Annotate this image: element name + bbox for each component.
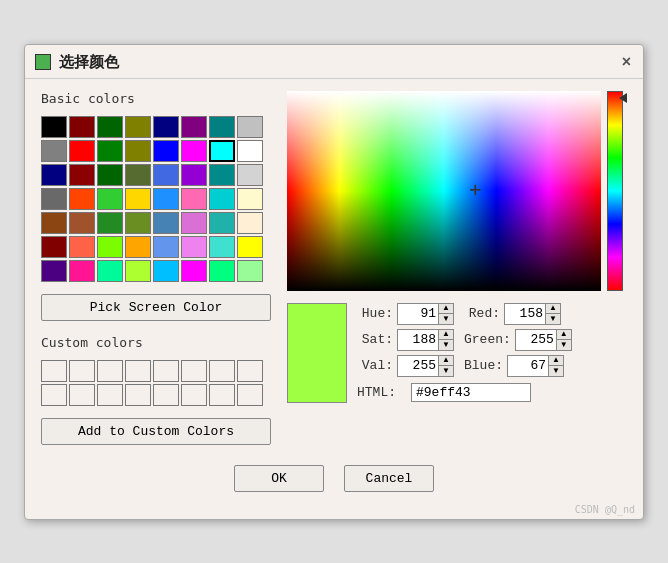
green-input[interactable] [516, 331, 556, 348]
basic-swatch[interactable] [153, 188, 179, 210]
basic-swatch[interactable] [153, 140, 179, 162]
val-down-button[interactable]: ▼ [439, 366, 453, 376]
custom-swatch[interactable] [237, 360, 263, 382]
red-down-button[interactable]: ▼ [546, 314, 560, 324]
basic-swatch[interactable] [41, 188, 67, 210]
custom-swatch[interactable] [97, 384, 123, 406]
basic-swatch[interactable] [237, 164, 263, 186]
basic-swatch[interactable] [69, 236, 95, 258]
basic-swatch[interactable] [237, 188, 263, 210]
custom-swatch[interactable] [69, 360, 95, 382]
basic-swatch[interactable] [97, 260, 123, 282]
basic-swatch[interactable] [209, 236, 235, 258]
basic-swatch[interactable] [97, 188, 123, 210]
color-gradient[interactable]: + [287, 91, 601, 291]
html-input[interactable] [411, 383, 531, 402]
basic-swatch[interactable] [125, 140, 151, 162]
basic-swatch[interactable] [41, 260, 67, 282]
basic-swatch[interactable] [153, 260, 179, 282]
basic-swatch[interactable] [69, 164, 95, 186]
basic-swatch[interactable] [209, 140, 235, 162]
custom-swatch[interactable] [209, 384, 235, 406]
basic-swatch[interactable] [181, 236, 207, 258]
basic-swatch[interactable] [97, 212, 123, 234]
blue-down-button[interactable]: ▼ [549, 366, 563, 376]
red-up-button[interactable]: ▲ [546, 304, 560, 314]
blue-up-button[interactable]: ▲ [549, 356, 563, 366]
basic-swatch[interactable] [69, 188, 95, 210]
basic-swatch[interactable] [153, 236, 179, 258]
basic-swatch[interactable] [153, 116, 179, 138]
basic-swatch[interactable] [237, 116, 263, 138]
basic-swatch[interactable] [41, 212, 67, 234]
custom-swatch[interactable] [41, 384, 67, 406]
hue-down-button[interactable]: ▼ [439, 314, 453, 324]
basic-swatch[interactable] [125, 164, 151, 186]
basic-swatch[interactable] [125, 116, 151, 138]
close-button[interactable]: × [622, 54, 631, 70]
basic-swatch[interactable] [237, 212, 263, 234]
cancel-button[interactable]: Cancel [344, 465, 434, 492]
val-input[interactable] [398, 357, 438, 374]
basic-swatch[interactable] [181, 188, 207, 210]
basic-swatch[interactable] [181, 164, 207, 186]
basic-swatch[interactable] [181, 116, 207, 138]
red-input-group: ▲ ▼ [504, 303, 561, 325]
basic-swatch[interactable] [69, 140, 95, 162]
custom-swatch[interactable] [181, 384, 207, 406]
red-input[interactable] [505, 305, 545, 322]
basic-swatch[interactable] [69, 260, 95, 282]
custom-swatch[interactable] [181, 360, 207, 382]
basic-swatch[interactable] [41, 140, 67, 162]
basic-swatch[interactable] [153, 164, 179, 186]
hue-up-button[interactable]: ▲ [439, 304, 453, 314]
custom-swatch[interactable] [209, 360, 235, 382]
basic-swatch[interactable] [237, 140, 263, 162]
sat-up-button[interactable]: ▲ [439, 330, 453, 340]
basic-swatch[interactable] [41, 236, 67, 258]
basic-swatch[interactable] [181, 212, 207, 234]
basic-swatch[interactable] [237, 236, 263, 258]
val-up-button[interactable]: ▲ [439, 356, 453, 366]
basic-swatch[interactable] [41, 116, 67, 138]
custom-swatch[interactable] [125, 384, 151, 406]
green-up-button[interactable]: ▲ [557, 330, 571, 340]
add-custom-button[interactable]: Add to Custom Colors [41, 418, 271, 445]
basic-swatch[interactable] [181, 260, 207, 282]
hue-input[interactable] [398, 305, 438, 322]
custom-swatch[interactable] [237, 384, 263, 406]
sat-down-button[interactable]: ▼ [439, 340, 453, 350]
basic-swatch[interactable] [237, 260, 263, 282]
pick-screen-button[interactable]: Pick Screen Color [41, 294, 271, 321]
basic-swatch[interactable] [97, 236, 123, 258]
custom-swatch[interactable] [125, 360, 151, 382]
ok-button[interactable]: OK [234, 465, 324, 492]
green-down-button[interactable]: ▼ [557, 340, 571, 350]
basic-swatch[interactable] [125, 188, 151, 210]
basic-swatch[interactable] [153, 212, 179, 234]
basic-swatch[interactable] [41, 164, 67, 186]
hue-bar[interactable] [607, 91, 627, 291]
basic-swatch[interactable] [209, 164, 235, 186]
basic-swatch[interactable] [209, 212, 235, 234]
custom-swatch[interactable] [153, 384, 179, 406]
basic-swatch[interactable] [69, 116, 95, 138]
hue-row: Hue: ▲ ▼ [357, 303, 454, 325]
basic-swatch[interactable] [125, 236, 151, 258]
custom-swatch[interactable] [153, 360, 179, 382]
basic-swatch[interactable] [209, 116, 235, 138]
custom-swatch[interactable] [69, 384, 95, 406]
basic-swatch[interactable] [69, 212, 95, 234]
basic-swatch[interactable] [125, 260, 151, 282]
blue-input[interactable] [508, 357, 548, 374]
basic-swatch[interactable] [125, 212, 151, 234]
basic-swatch[interactable] [97, 140, 123, 162]
basic-swatch[interactable] [209, 260, 235, 282]
sat-input[interactable] [398, 331, 438, 348]
basic-swatch[interactable] [97, 164, 123, 186]
custom-swatch[interactable] [97, 360, 123, 382]
custom-swatch[interactable] [41, 360, 67, 382]
basic-swatch[interactable] [181, 140, 207, 162]
basic-swatch[interactable] [97, 116, 123, 138]
basic-swatch[interactable] [209, 188, 235, 210]
